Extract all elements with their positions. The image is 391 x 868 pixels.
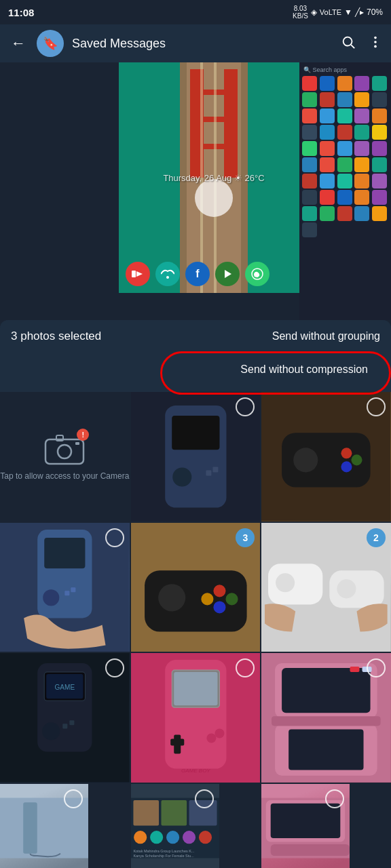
mini-app <box>302 76 317 91</box>
mini-app <box>337 141 352 156</box>
wifi-app-icon <box>155 262 180 286</box>
mini-app <box>320 174 335 189</box>
selection-circle <box>105 528 124 547</box>
svg-rect-44 <box>64 591 69 595</box>
mini-app <box>302 92 317 107</box>
svg-point-36 <box>293 448 318 472</box>
photo-cell-gameboy-dark-2[interactable]: GAME <box>0 653 130 783</box>
svg-rect-85 <box>23 802 37 853</box>
svg-rect-82 <box>350 667 360 672</box>
bluetooth-icon: ◈ <box>311 7 317 17</box>
mini-app <box>302 222 317 237</box>
svg-rect-81 <box>272 717 381 726</box>
back-button[interactable]: ← <box>8 32 29 55</box>
svg-rect-27 <box>75 442 79 445</box>
mini-app <box>337 190 352 205</box>
mini-app <box>337 125 352 140</box>
svg-point-25 <box>58 445 71 458</box>
svg-point-21 <box>166 276 169 279</box>
photo-cell-ds-pink[interactable] <box>261 653 391 783</box>
mini-app <box>372 141 387 156</box>
svg-rect-78 <box>282 668 370 713</box>
play-icon <box>215 262 240 286</box>
photo-cell-partial-3[interactable] <box>261 784 350 868</box>
camera-access-cell[interactable]: ! Tap to allow access to your Camera <box>0 392 130 521</box>
battery-icon: 70% <box>367 7 383 17</box>
svg-point-73 <box>206 734 216 743</box>
mini-app <box>302 174 317 189</box>
svg-point-2 <box>374 36 377 39</box>
svg-rect-33 <box>212 467 218 472</box>
svg-rect-66 <box>69 721 74 726</box>
mini-app <box>337 76 352 91</box>
mini-app <box>320 157 335 172</box>
svg-rect-70 <box>174 672 217 705</box>
youtube-icon <box>126 262 150 286</box>
mini-app <box>302 157 317 172</box>
svg-point-64 <box>42 723 60 741</box>
whatsapp-icon <box>245 262 269 286</box>
photo-cell-partial-1[interactable] <box>0 784 88 868</box>
photo-cell-controller-3[interactable]: 3 <box>131 523 261 652</box>
mini-app <box>372 92 387 107</box>
svg-point-50 <box>225 593 238 605</box>
mini-app <box>337 157 352 172</box>
svg-rect-65 <box>62 724 67 729</box>
svg-point-17 <box>195 179 233 217</box>
svg-point-49 <box>213 585 225 597</box>
svg-rect-88 <box>161 800 187 826</box>
selection-circle <box>64 789 83 808</box>
mini-app <box>320 125 335 140</box>
svg-rect-87 <box>133 800 159 826</box>
svg-point-74 <box>215 729 224 738</box>
mini-app <box>337 206 352 221</box>
svg-rect-30 <box>172 416 219 450</box>
svg-point-55 <box>276 573 295 592</box>
photo-grid: ! Tap to allow access to your Camera <box>0 392 391 868</box>
svg-marker-22 <box>225 270 231 278</box>
mini-app <box>354 206 369 221</box>
aerial-date-label: Thursday, 26 Aug ☀ 26°C <box>163 173 264 183</box>
selection-circle <box>105 658 124 677</box>
photo-cell-controller-white[interactable]: 2 <box>261 523 391 652</box>
camera-label: Tap to allow access to your Camera <box>0 471 129 482</box>
mini-app <box>320 92 335 107</box>
signal-icon: ╱▸ <box>355 7 364 17</box>
mini-app <box>354 141 369 156</box>
mini-app <box>372 76 387 91</box>
mini-app <box>354 174 369 189</box>
search-icon[interactable] <box>341 35 356 53</box>
svg-point-0 <box>343 37 352 45</box>
photo-cell-gameboy-pink[interactable]: GAME BOY <box>131 653 261 783</box>
more-options-icon[interactable] <box>368 35 383 53</box>
svg-point-37 <box>341 448 352 458</box>
svg-point-92 <box>166 831 179 844</box>
mini-app <box>372 125 387 140</box>
mini-app <box>320 141 335 156</box>
mini-app <box>337 108 352 123</box>
mini-app <box>372 157 387 172</box>
photo-cell-gameboy-blue[interactable] <box>0 523 130 652</box>
svg-text:Kotak Mahindra Group Launches : Kotak Mahindra Group Launches K... <box>133 849 194 853</box>
mini-app <box>354 108 369 123</box>
send-without-grouping-button[interactable]: Send without grouping <box>272 330 380 342</box>
photo-cell-news[interactable]: Kotak Mahindra Group Launches K... Kanya… <box>131 784 219 868</box>
svg-point-4 <box>374 45 377 47</box>
page-title: Saved Messages <box>72 37 333 51</box>
selection-circle <box>195 789 214 808</box>
mini-app <box>372 206 387 221</box>
send-without-compression-button[interactable]: Send without compression <box>228 357 380 382</box>
mini-app <box>372 190 387 205</box>
mini-app <box>354 190 369 205</box>
mini-app <box>354 157 369 172</box>
photo-cell-controller-top[interactable] <box>261 392 391 521</box>
svg-rect-32 <box>206 470 211 475</box>
svg-rect-99 <box>271 804 341 838</box>
svg-marker-19 <box>136 271 143 277</box>
photo-cell-gameboy-dark-top[interactable] <box>131 392 261 521</box>
status-right-icons: 8.03KB/S ◈ VoLTE ▼ ╱▸ 70% <box>293 5 383 20</box>
mini-app <box>302 141 317 156</box>
svg-text:Kanya Scholarship For Female S: Kanya Scholarship For Female Stu... <box>133 854 194 858</box>
mini-app <box>337 174 352 189</box>
facebook-icon: f <box>185 262 210 286</box>
